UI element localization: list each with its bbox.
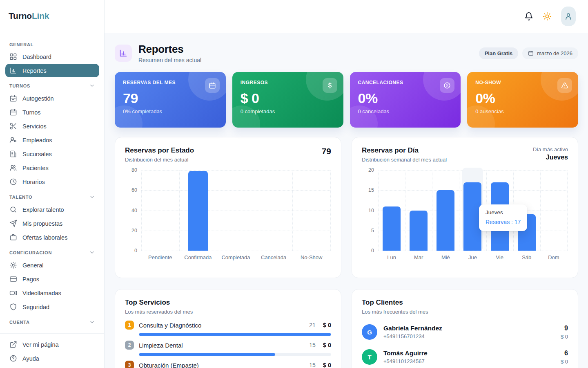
y-tick-label: 40 bbox=[131, 208, 137, 213]
x-tick-label: Vie bbox=[486, 254, 513, 260]
chart-total: 79 bbox=[322, 146, 331, 156]
service-name: Limpieza Dental bbox=[139, 342, 304, 349]
sidebar-item-mis-propuestas[interactable]: Mis propuestas bbox=[5, 217, 99, 230]
service-count: 21 bbox=[309, 322, 316, 328]
bar-mie[interactable] bbox=[437, 190, 454, 251]
bar-lun[interactable] bbox=[383, 206, 401, 251]
y-tick-label: 5 bbox=[371, 228, 374, 233]
sidebar-item-ofertas-laborales[interactable]: Ofertas laborales bbox=[5, 231, 99, 244]
sidebar-item-label: Mis propuestas bbox=[22, 220, 62, 227]
gridline bbox=[141, 170, 142, 251]
y-tick-label: 0 bbox=[371, 248, 374, 254]
user-menu-button[interactable] bbox=[561, 7, 576, 26]
sidebar-item-seguridad[interactable]: Seguridad bbox=[5, 300, 99, 314]
credit-card-icon bbox=[9, 275, 17, 283]
sidebar-item-label: Servicios bbox=[22, 123, 47, 130]
top-clients-subtitle: Los más frecuentes del mes bbox=[362, 309, 568, 315]
x-tick-label: Lun bbox=[378, 254, 405, 260]
rank-badge: 2 bbox=[125, 341, 134, 350]
service-row-consulta-y-diagnostico: 1Consulta y Diagnóstico21$ 0 bbox=[125, 321, 331, 336]
y-tick-label: 0 bbox=[134, 248, 137, 254]
most-active-day: Día más activo Jueves bbox=[533, 146, 568, 161]
sidebar-item-label: General bbox=[22, 262, 44, 269]
bar-chart-dia: Jueves Reservas : 17 05101520 bbox=[378, 170, 567, 251]
gridline bbox=[217, 170, 217, 251]
brand-name-accent: Link bbox=[32, 11, 49, 21]
sidebar-item-reportes[interactable]: Reportes bbox=[5, 64, 99, 77]
sidebar-item-ver-mi-pagina[interactable]: Ver mi página bbox=[5, 338, 99, 351]
sidebar-item-label: Sucursales bbox=[22, 151, 52, 157]
sidebar-item-sucursales[interactable]: Sucursales bbox=[5, 147, 99, 161]
sidebar-item-label: Dashboard bbox=[22, 54, 51, 60]
page-subtitle: Resumen del mes actual bbox=[138, 57, 201, 63]
stat-card-reservas-del-mes: RESERVAS DEL MES790% completadas bbox=[115, 72, 226, 128]
sidebar-section-turnos[interactable]: TURNOS bbox=[5, 78, 99, 91]
sidebar-item-label: Pagos bbox=[22, 276, 39, 283]
client-row-gabriela-fernandez: GGabriela Fernández+54911567012349$ 0 bbox=[362, 324, 568, 340]
top-clients-title: Top Clientes bbox=[362, 298, 568, 307]
bar-chart-estado: 020406080 bbox=[141, 170, 330, 251]
service-row-limpieza-dental: 2Limpieza Dental15$ 0 bbox=[125, 341, 331, 356]
sidebar-item-horarios[interactable]: Horarios bbox=[5, 175, 99, 188]
x-tick-label: Mié bbox=[432, 254, 459, 260]
service-progress-track bbox=[139, 353, 331, 356]
page-title: Reportes bbox=[138, 43, 201, 56]
sidebar-item-dashboard[interactable]: Dashboard bbox=[5, 50, 99, 63]
chart-subtitle: Distribución del mes actual bbox=[125, 157, 194, 163]
service-progress-track bbox=[139, 333, 331, 336]
client-row-tomas-aguirre: TTomás Aguirre+54911012345676$ 0 bbox=[362, 349, 568, 365]
sidebar-item-servicios[interactable]: Servicios bbox=[5, 119, 99, 133]
sidebar-item-explorar-talento[interactable]: Explorar talento bbox=[5, 203, 99, 216]
charts-row: Reservas por Estado Distribución del mes… bbox=[115, 137, 578, 278]
search-icon bbox=[9, 206, 17, 213]
sidebar-item-label: Explorar talento bbox=[22, 206, 64, 213]
sidebar-section-cuenta[interactable]: CUENTA bbox=[5, 314, 99, 328]
reports-icon bbox=[115, 45, 132, 62]
calendar-icon bbox=[9, 108, 17, 116]
service-amount: $ 0 bbox=[323, 362, 331, 368]
sidebar-item-pagos[interactable]: Pagos bbox=[5, 272, 99, 286]
main-area: Reportes Resumen del mes actual Plan Gra… bbox=[105, 33, 588, 368]
stat-sublabel: 0 canceladas bbox=[358, 108, 453, 114]
stat-sublabel: 0 completadas bbox=[241, 108, 335, 114]
stat-sublabel: 0 ausencias bbox=[475, 108, 570, 114]
x-tick-label: Sáb bbox=[513, 254, 540, 260]
client-amount: $ 0 bbox=[561, 334, 568, 340]
sidebar-section-configuracion[interactable]: CONFIGURACION bbox=[5, 245, 99, 258]
x-tick-label: Jue bbox=[459, 254, 486, 260]
bottom-row: Top Servicios Los más reservados del mes… bbox=[115, 289, 578, 368]
sidebar-item-pacientes[interactable]: Pacientes bbox=[5, 161, 99, 175]
date-badge-label: marzo de 2026 bbox=[537, 50, 572, 56]
sidebar-item-general[interactable]: General bbox=[5, 258, 99, 272]
client-phone: +5491101234567 bbox=[383, 358, 428, 364]
sidebar-item-label: Ver mi página bbox=[22, 341, 59, 348]
client-amount: $ 0 bbox=[561, 359, 568, 365]
client-name: Gabriela Fernández bbox=[383, 325, 442, 332]
chart-card-reservas-por-estado: Reservas por Estado Distribución del mes… bbox=[115, 137, 341, 278]
sidebar-item-empleados[interactable]: Empleados bbox=[5, 133, 99, 147]
sidebar-section-talento[interactable]: TALENTO bbox=[5, 189, 99, 202]
bar-confirmada[interactable] bbox=[188, 171, 208, 251]
sidebar: TurnoLink GENERALDashboardReportesTURNOS… bbox=[0, 0, 105, 368]
top-clients-card: Top Clientes Los más frecuentes del mes … bbox=[352, 289, 578, 368]
bar-mar[interactable] bbox=[410, 211, 428, 251]
gridline bbox=[540, 170, 541, 251]
sidebar-item-label: Videollamadas bbox=[22, 290, 61, 296]
x-tick-label: Mar bbox=[405, 254, 432, 260]
gridline bbox=[141, 231, 330, 231]
sun-icon[interactable] bbox=[543, 12, 552, 21]
sidebar-item-turnos[interactable]: Turnos bbox=[5, 105, 99, 119]
sidebar-item-label: Ofertas laborales bbox=[22, 234, 67, 241]
gridline bbox=[292, 170, 293, 251]
sidebar-item-autogestion[interactable]: Autogestión bbox=[5, 92, 99, 105]
stat-value: 79 bbox=[123, 90, 218, 106]
sidebar-item-videollamadas[interactable]: Videollamadas bbox=[5, 286, 99, 300]
sidebar-footer: Ver mi páginaAyuda bbox=[0, 333, 104, 368]
bell-icon[interactable] bbox=[524, 12, 533, 21]
gridline bbox=[141, 211, 330, 211]
date-badge[interactable]: marzo de 2026 bbox=[522, 47, 578, 59]
shield-icon bbox=[9, 303, 17, 311]
x-tick-label: Cancelada bbox=[255, 254, 293, 260]
settings-icon bbox=[9, 261, 17, 269]
sidebar-item-ayuda[interactable]: Ayuda bbox=[5, 352, 99, 365]
